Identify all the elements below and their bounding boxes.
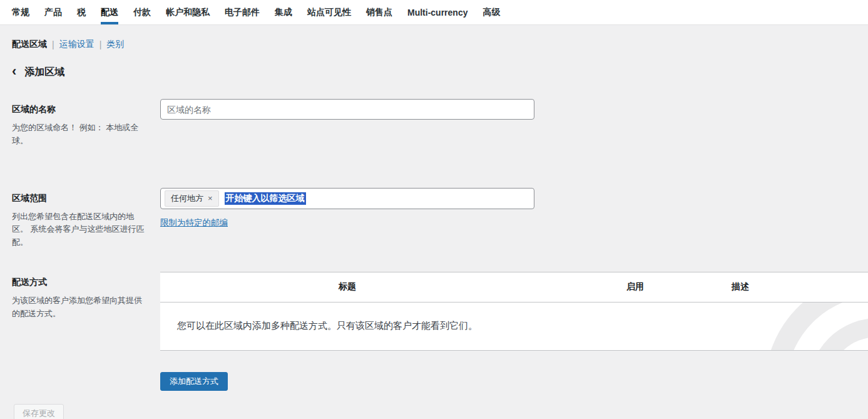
zone-region-label-col: 区域范围 列出您希望包含在配送区域内的地区。 系统会将客户与这些地区进行匹配。 — [12, 188, 160, 249]
settings-content: 配送区域 | 运输设置 | 类别 ‹ 添加区域 区域的名称 为您的区域命名！ 例… — [0, 25, 868, 419]
shipping-methods-table-header: 标题启用描述 — [160, 272, 868, 303]
settings-tab-bar: 常规产品税配送付款帐户和隐私电子邮件集成站点可见性销售点Multi-curren… — [0, 0, 868, 25]
tab-5[interactable]: 付款 — [133, 0, 151, 24]
zone-region-label: 区域范围 — [12, 193, 160, 204]
zone-region-row: 区域范围 列出您希望包含在配送区域内的地区。 系统会将客户与这些地区进行匹配。 … — [12, 188, 855, 249]
zone-name-field-col — [160, 99, 855, 120]
region-tag-label: 任何地方 — [171, 193, 203, 204]
zone-region-select[interactable]: 任何地方 × 开始键入以筛选区域 — [160, 188, 534, 209]
tab-11[interactable]: Multi-currency — [407, 0, 467, 24]
tab-12[interactable]: 高级 — [483, 0, 500, 24]
decorative-swoosh-graphic — [730, 303, 868, 350]
tab-3[interactable]: 税 — [77, 0, 86, 24]
shipping-methods-row: 配送方式 为该区域的客户添加您希望向其提供的配送方式。 标题启用描述 您可以在此… — [12, 272, 855, 391]
zone-name-label-col: 区域的名称 为您的区域命名！ 例如： 本地或全球。 — [12, 99, 160, 148]
zone-name-row: 区域的名称 为您的区域命名！ 例如： 本地或全球。 — [12, 99, 855, 148]
back-chevron-icon[interactable]: ‹ — [12, 65, 16, 78]
tab-9[interactable]: 站点可见性 — [307, 0, 351, 24]
breadcrumb-separator: | — [100, 39, 102, 49]
zone-region-description: 列出您希望包含在配送区域内的地区。 系统会将客户与这些地区进行匹配。 — [12, 210, 148, 249]
region-tag-anywhere: 任何地方 × — [165, 190, 219, 207]
breadcrumb-link-classes[interactable]: 类别 — [106, 39, 124, 50]
breadcrumb: 配送区域 | 运输设置 | 类别 — [12, 39, 855, 50]
shipping-methods-label-col: 配送方式 为该区域的客户添加您希望向其提供的配送方式。 — [12, 272, 160, 321]
breadcrumb-current: 配送区域 — [12, 39, 47, 50]
tab-10[interactable]: 销售点 — [366, 0, 392, 24]
page-title: 添加区域 — [24, 66, 64, 79]
shipping-methods-table-body: 您可以在此区域内添加多种配送方式。只有该区域的客户才能看到它们。 — [160, 303, 868, 350]
breadcrumb-link-shipping-settings[interactable]: 运输设置 — [59, 39, 94, 50]
save-changes-button[interactable]: 保存更改 — [14, 404, 64, 419]
shipping-methods-description: 为该区域的客户添加您希望向其提供的配送方式。 — [12, 294, 148, 321]
zone-name-description: 为您的区域命名！ 例如： 本地或全球。 — [12, 122, 148, 148]
tab-6[interactable]: 帐户和隐私 — [166, 0, 210, 24]
tab-2[interactable]: 产品 — [44, 0, 62, 24]
page-title-row: ‹ 添加区域 — [12, 65, 855, 79]
methods-column-header: 启用 — [626, 281, 644, 292]
zone-name-input[interactable] — [160, 99, 534, 120]
breadcrumb-separator: | — [52, 39, 54, 49]
methods-column-header: 标题 — [339, 281, 356, 292]
methods-column-header: 描述 — [732, 281, 749, 292]
zone-region-field-col: 任何地方 × 开始键入以筛选区域 限制为特定的邮编 — [160, 188, 855, 229]
shipping-methods-empty-text: 您可以在此区域内添加多种配送方式。只有该区域的客户才能看到它们。 — [160, 320, 477, 332]
region-search-highlighted-text[interactable]: 开始键入以筛选区域 — [225, 192, 306, 205]
tab-1[interactable]: 常规 — [12, 0, 29, 24]
limit-postcodes-link[interactable]: 限制为特定的邮编 — [160, 217, 228, 229]
tab-7[interactable]: 电子邮件 — [225, 0, 260, 24]
shipping-methods-field-col: 标题启用描述 您可以在此区域内添加多种配送方式。只有该区域的客户才能看到它们。 … — [160, 272, 855, 391]
zone-name-label: 区域的名称 — [12, 104, 160, 115]
tab-8[interactable]: 集成 — [275, 0, 292, 24]
shipping-methods-label: 配送方式 — [12, 277, 160, 288]
shipping-methods-table: 标题启用描述 您可以在此区域内添加多种配送方式。只有该区域的客户才能看到它们。 — [160, 272, 868, 351]
add-shipping-method-button[interactable]: 添加配送方式 — [160, 372, 228, 391]
tab-4-active[interactable]: 配送 — [101, 0, 118, 24]
region-tag-remove-icon[interactable]: × — [208, 194, 213, 203]
